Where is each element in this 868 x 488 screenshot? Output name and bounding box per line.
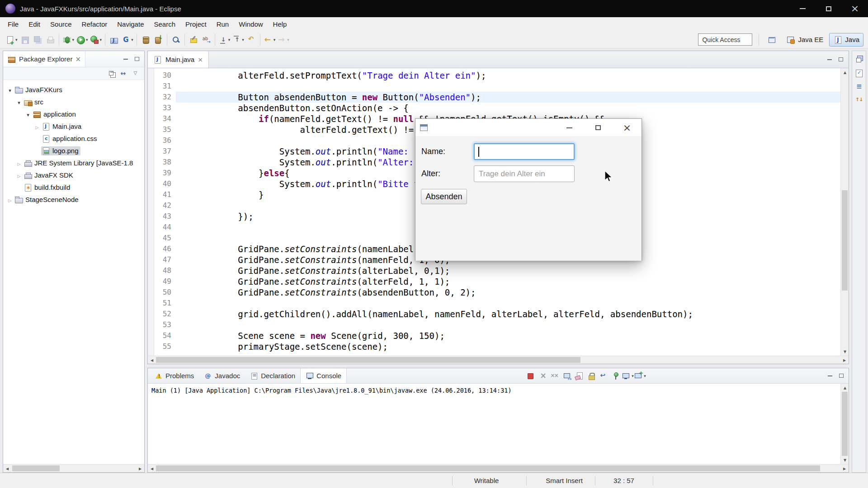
tree-item-src[interactable]: src — [3, 96, 144, 108]
perspective-button-java-ee[interactable]: Java EE — [782, 33, 827, 47]
show-stacktrace-button[interactable] — [561, 370, 572, 381]
view-menu-button[interactable] — [131, 69, 141, 79]
link-with-editor-button[interactable] — [118, 69, 128, 79]
code-line-32[interactable]: 32 Button absendenButton = new Button("A… — [154, 92, 840, 103]
window-minimize-button[interactable] — [789, 0, 816, 17]
console-tab-console[interactable]: Console — [300, 368, 347, 383]
code-line-30[interactable]: 30 alterFeld.setPromptText("Trage dein A… — [154, 70, 840, 81]
last-edit-location-button[interactable] — [245, 33, 258, 47]
mark-occurrences-button[interactable] — [187, 33, 200, 47]
code-line-33[interactable]: 33 absendenButton.setOnAction(e -> { — [154, 103, 840, 113]
scroll-up-arrow[interactable] — [841, 68, 849, 76]
menu-item-edit[interactable]: Edit — [24, 18, 45, 30]
scrollbar-thumb[interactable] — [842, 190, 848, 291]
pin-console-button[interactable] — [610, 370, 621, 381]
console-tab-javadoc[interactable]: Javadoc — [199, 368, 245, 383]
tree-expanded-arrow-icon[interactable] — [6, 85, 14, 94]
minimize-view-button[interactable] — [121, 54, 131, 64]
next-annotation-button[interactable] — [217, 33, 231, 47]
package-explorer-close-icon[interactable] — [75, 55, 81, 63]
dialog-close-button[interactable] — [613, 119, 642, 136]
tree-item-logo-png[interactable]: logo.png — [3, 145, 144, 157]
maximize-view-button[interactable] — [132, 54, 142, 64]
synchronize-button[interactable] — [853, 94, 865, 106]
open-console-button[interactable] — [634, 370, 646, 381]
scroll-lock-button[interactable] — [585, 370, 597, 381]
tree-item-javafxkurs[interactable]: JavaFXKurs — [3, 84, 144, 96]
scroll-right-arrow[interactable] — [136, 465, 144, 473]
display-selected-console-button[interactable] — [622, 370, 633, 381]
maximize-editor-button[interactable] — [836, 55, 846, 65]
tree-collapsed-arrow-icon[interactable] — [15, 159, 23, 167]
externalize-strings-button[interactable] — [200, 33, 212, 47]
tree-item-jre-system-library-javase-1-8[interactable]: JRE System Library [JavaSE-1.8 — [3, 157, 144, 169]
previous-annotation-button[interactable] — [231, 33, 245, 47]
tree-item-application[interactable]: application — [3, 108, 144, 120]
scrollbar-thumb[interactable] — [156, 357, 580, 363]
open-jar-button[interactable] — [139, 33, 152, 47]
menu-item-project[interactable]: Project — [180, 18, 212, 30]
minimize-editor-button[interactable] — [825, 55, 835, 65]
menu-item-window[interactable]: Window — [234, 18, 268, 30]
console-tab-problems[interactable]: Problems — [150, 368, 199, 383]
console-output[interactable]: Main (1) [Java Application] C:\Program F… — [148, 384, 849, 464]
scroll-right-arrow[interactable] — [840, 465, 849, 473]
import-jar-button[interactable] — [152, 33, 165, 47]
minimize-console-button[interactable] — [825, 371, 835, 381]
run-external-button[interactable] — [89, 33, 103, 47]
new-enterprise-button[interactable] — [120, 33, 134, 47]
outline-button[interactable] — [853, 81, 865, 93]
collapse-all-button[interactable] — [106, 69, 116, 79]
window-maximize-button[interactable] — [816, 0, 842, 17]
menu-item-refactor[interactable]: Refactor — [77, 18, 113, 30]
scrollbar-thumb[interactable] — [156, 465, 820, 471]
perspective-button-java[interactable]: Java — [829, 33, 863, 47]
tree-collapsed-arrow-icon[interactable] — [33, 122, 41, 131]
scroll-left-arrow[interactable] — [148, 356, 156, 364]
package-explorer-tab[interactable]: Package Explorer — [3, 51, 85, 67]
code-line-54[interactable]: 54 Scene scene = new Scene(grid, 300, 15… — [154, 330, 840, 341]
open-perspective-button[interactable] — [765, 33, 778, 47]
scroll-right-arrow[interactable] — [840, 356, 849, 364]
quick-access-input[interactable] — [698, 33, 752, 46]
debug-button[interactable] — [61, 33, 75, 47]
clear-console-button[interactable] — [573, 370, 585, 381]
tree-expanded-arrow-icon[interactable] — [15, 98, 23, 106]
run-button[interactable] — [75, 33, 89, 47]
dialog-absenden-button[interactable]: Absenden — [421, 189, 467, 204]
scrollbar-thumb[interactable] — [842, 392, 848, 456]
code-line-51[interactable]: 51 — [154, 298, 840, 309]
tree-item-build-fxbuild[interactable]: build.fxbuild — [3, 181, 144, 193]
tree-item-application-css[interactable]: application.css — [3, 132, 144, 145]
code-line-52[interactable]: 52 grid.getChildren().addAll(namenLabel,… — [154, 309, 840, 319]
menu-item-file[interactable]: File — [3, 18, 24, 30]
tree-item-javafx-sdk[interactable]: JavaFX SDK — [3, 169, 144, 181]
window-close-button[interactable] — [842, 0, 868, 17]
code-line-50[interactable]: 50 GridPane.setConstraints(absendenButto… — [154, 287, 840, 298]
menu-item-search[interactable]: Search — [149, 18, 180, 30]
code-line-53[interactable]: 53 — [154, 319, 840, 330]
code-line-49[interactable]: 49 GridPane.setConstraints(alterFeld, 1,… — [154, 276, 840, 287]
code-line-48[interactable]: 48 GridPane.setConstraints(alterLabel, 0… — [154, 265, 840, 276]
tree-item-stagescenenode[interactable]: StageSceneNode — [3, 193, 144, 206]
search-button[interactable] — [170, 33, 182, 47]
tree-collapsed-arrow-icon[interactable] — [15, 171, 23, 179]
scroll-down-arrow[interactable] — [841, 347, 849, 356]
word-wrap-button[interactable] — [598, 370, 609, 381]
remove-launch-button[interactable] — [537, 370, 548, 381]
scroll-left-arrow[interactable] — [3, 465, 11, 473]
scroll-up-arrow[interactable] — [841, 384, 849, 392]
new-wizard-button[interactable] — [5, 33, 19, 47]
console-tab-declaration[interactable]: Declaration — [245, 368, 300, 383]
code-line-55[interactable]: 55 primaryStage.setScene(scene); — [154, 341, 840, 352]
dialog-minimize-button[interactable] — [555, 119, 584, 136]
scroll-down-arrow[interactable] — [841, 456, 849, 464]
back-button[interactable] — [263, 33, 277, 47]
editor-tab-close-icon[interactable] — [198, 56, 203, 64]
restore-view-button[interactable] — [853, 54, 865, 66]
tree-expanded-arrow-icon[interactable] — [24, 110, 32, 118]
dialog-maximize-button[interactable] — [584, 119, 613, 136]
dialog-titlebar[interactable] — [415, 119, 642, 137]
menu-item-navigate[interactable]: Navigate — [112, 18, 149, 30]
dialog-alter-input[interactable] — [474, 165, 575, 182]
